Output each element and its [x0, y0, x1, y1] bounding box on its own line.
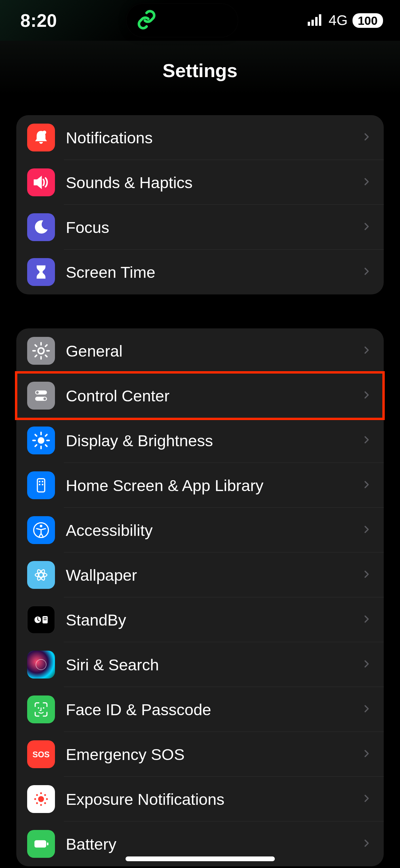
chevron-right-icon	[361, 657, 372, 672]
settings-row-siri[interactable]: Siri & Search	[16, 642, 384, 687]
chevron-right-icon	[361, 265, 372, 279]
settings-row-notifications[interactable]: Notifications	[16, 115, 384, 160]
settings-row-focus[interactable]: Focus	[16, 205, 384, 250]
settings-row-wallpaper[interactable]: Wallpaper	[16, 553, 384, 597]
settings-row-label: StandBy	[66, 611, 361, 629]
settings-row-label: Accessibility	[66, 521, 361, 540]
settings-row-sounds[interactable]: Sounds & Haptics	[16, 160, 384, 205]
settings-row-home-screen[interactable]: Home Screen & App Library	[16, 463, 384, 508]
svg-rect-5	[319, 14, 321, 26]
settings-row-label: Sounds & Haptics	[66, 173, 361, 192]
sun-icon	[27, 427, 55, 454]
chevron-right-icon	[361, 130, 372, 145]
settings-row-accessibility[interactable]: Accessibility	[16, 508, 384, 553]
toggles-icon	[27, 382, 55, 410]
chevron-right-icon	[361, 612, 372, 627]
faceid-icon	[27, 695, 55, 723]
home-indicator[interactable]	[126, 856, 275, 861]
status-bar: 8:20 4G 100	[0, 0, 400, 41]
chevron-right-icon	[361, 343, 372, 358]
chevron-right-icon	[361, 702, 372, 717]
siri-icon	[27, 651, 55, 679]
chevron-right-icon	[361, 175, 372, 190]
settings-row-label: Emergency SOS	[66, 745, 361, 764]
moon-icon	[27, 213, 55, 241]
chevron-right-icon	[361, 433, 372, 448]
settings-group: NotificationsSounds & HapticsFocusScreen…	[16, 115, 384, 294]
settings-row-standby[interactable]: StandBy	[16, 597, 384, 642]
settings-row-label: Battery	[66, 835, 361, 853]
settings-row-label: Siri & Search	[66, 655, 361, 674]
svg-rect-2	[315, 17, 318, 26]
settings-row-label: General	[66, 342, 361, 360]
svg-rect-1	[311, 20, 314, 26]
speaker-icon	[27, 168, 55, 196]
page-title: Settings	[163, 59, 237, 82]
exposure-icon	[27, 785, 55, 813]
chevron-right-icon	[361, 567, 372, 582]
flower-icon	[27, 561, 55, 589]
settings-row-general[interactable]: General	[16, 328, 384, 373]
svg-rect-7	[308, 22, 309, 26]
settings-row-control-center[interactable]: Control Center	[16, 373, 384, 418]
status-time: 8:20	[20, 10, 57, 31]
settings-row-display[interactable]: Display & Brightness	[16, 418, 384, 463]
settings-row-label: Home Screen & App Library	[66, 476, 361, 495]
chevron-right-icon	[361, 388, 372, 403]
settings-row-label: Screen Time	[66, 263, 361, 282]
chevron-right-icon	[361, 523, 372, 538]
settings-row-sos[interactable]: Emergency SOS	[16, 732, 384, 777]
settings-list: NotificationsSounds & HapticsFocusScreen…	[0, 115, 400, 866]
settings-row-label: Control Center	[66, 386, 361, 405]
chevron-right-icon	[361, 792, 372, 807]
chevron-right-icon	[361, 478, 372, 493]
settings-row-label: Exposure Notifications	[66, 790, 361, 809]
network-type-label: 4G	[329, 12, 348, 29]
battery-icon	[27, 830, 55, 858]
link-chain-icon	[136, 10, 157, 31]
chevron-right-icon	[361, 836, 372, 851]
settings-row-label: Focus	[66, 218, 361, 237]
settings-row-screen-time[interactable]: Screen Time	[16, 250, 384, 294]
chevron-right-icon	[361, 220, 372, 235]
settings-row-faceid[interactable]: Face ID & Passcode	[16, 687, 384, 732]
settings-group: GeneralControl CenterDisplay & Brightnes…	[16, 328, 384, 866]
cellular-signal-icon	[308, 14, 324, 27]
settings-row-exposure[interactable]: Exposure Notifications	[16, 777, 384, 821]
sos-icon	[27, 740, 55, 768]
standby-icon	[27, 606, 55, 634]
battery-level-pill: 100	[353, 13, 383, 28]
settings-row-label: Face ID & Passcode	[66, 700, 361, 719]
gear-icon	[27, 337, 55, 365]
status-right: 4G 100	[308, 12, 383, 29]
hourglass-icon	[27, 258, 55, 286]
apps-grid-icon	[27, 471, 55, 499]
bell-icon	[27, 124, 55, 151]
chevron-right-icon	[361, 747, 372, 762]
dynamic-island[interactable]	[126, 3, 238, 37]
settings-row-label: Notifications	[66, 128, 361, 147]
settings-row-label: Wallpaper	[66, 566, 361, 584]
header: Settings	[0, 41, 400, 100]
accessibility-icon	[27, 516, 55, 544]
settings-row-label: Display & Brightness	[66, 431, 361, 450]
